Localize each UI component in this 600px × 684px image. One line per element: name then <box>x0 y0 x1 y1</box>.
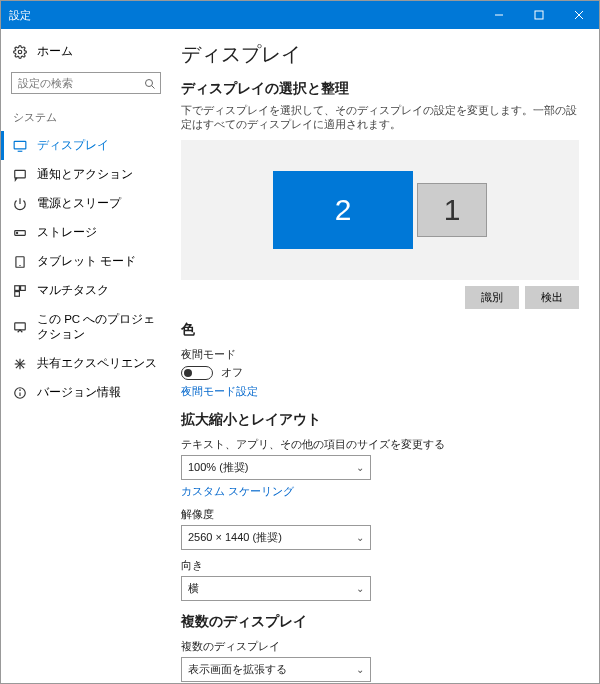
search-icon <box>144 76 156 94</box>
nav-storage[interactable]: ストレージ <box>1 218 171 247</box>
info-icon <box>13 386 27 400</box>
svg-rect-18 <box>15 323 26 330</box>
monitor-1[interactable]: 1 <box>417 183 487 237</box>
section-multi-title: 複数のディスプレイ <box>181 613 579 631</box>
multi-dropdown[interactable]: 表示画面を拡張する⌄ <box>181 657 371 682</box>
nav-projection[interactable]: この PC へのプロジェクション <box>1 305 171 349</box>
chevron-down-icon: ⌄ <box>356 664 364 675</box>
svg-rect-1 <box>535 11 543 19</box>
night-mode-label: 夜間モード <box>181 347 579 362</box>
nav-label: マルチタスク <box>37 283 109 298</box>
chat-icon <box>13 168 27 182</box>
main-panel: ディスプレイ ディスプレイの選択と整理 下でディスプレイを選択して、そのディスプ… <box>171 29 599 683</box>
search-input[interactable] <box>11 72 161 94</box>
nav-label: ストレージ <box>37 225 97 240</box>
monitor-icon <box>13 139 27 153</box>
window-title: 設定 <box>9 8 31 23</box>
identify-button[interactable]: 識別 <box>465 286 519 309</box>
svg-line-6 <box>152 86 155 89</box>
resolution-label: 解像度 <box>181 507 579 522</box>
orientation-value: 横 <box>188 581 199 596</box>
custom-scaling-link[interactable]: カスタム スケーリング <box>181 484 579 499</box>
sidebar: ホーム システム ディスプレイ 通知とアクション 電源とスリープ ストレージ タ… <box>1 29 171 683</box>
close-button[interactable] <box>559 1 599 29</box>
titlebar: 設定 <box>1 1 599 29</box>
maximize-button[interactable] <box>519 1 559 29</box>
resolution-value: 2560 × 1440 (推奨) <box>188 530 282 545</box>
night-mode-settings-link[interactable]: 夜間モード設定 <box>181 384 579 399</box>
chevron-down-icon: ⌄ <box>356 462 364 473</box>
chevron-down-icon: ⌄ <box>356 532 364 543</box>
svg-point-5 <box>146 80 153 87</box>
svg-rect-9 <box>15 170 26 178</box>
nav-label: この PC へのプロジェクション <box>37 312 159 342</box>
multitask-icon <box>13 284 27 298</box>
resolution-dropdown[interactable]: 2560 × 1440 (推奨)⌄ <box>181 525 371 550</box>
nav-label: 電源とスリープ <box>37 196 121 211</box>
minimize-button[interactable] <box>479 1 519 29</box>
multi-label: 複数のディスプレイ <box>181 639 579 654</box>
storage-icon <box>13 226 27 240</box>
select-desc: 下でディスプレイを選択して、そのディスプレイの設定を変更します。一部の設定はすべ… <box>181 104 579 132</box>
nav-about[interactable]: バージョン情報 <box>1 378 171 407</box>
section-color-title: 色 <box>181 321 579 339</box>
nav-notifications[interactable]: 通知とアクション <box>1 160 171 189</box>
svg-point-25 <box>20 389 21 390</box>
chevron-down-icon: ⌄ <box>356 583 364 594</box>
night-mode-toggle[interactable] <box>181 366 213 380</box>
multi-value: 表示画面を拡張する <box>188 662 287 677</box>
gear-icon <box>13 45 27 59</box>
svg-point-4 <box>18 50 22 54</box>
page-title: ディスプレイ <box>181 41 579 68</box>
search-wrap <box>11 72 161 94</box>
section-select-title: ディスプレイの選択と整理 <box>181 80 579 98</box>
nav-label: 共有エクスペリエンス <box>37 356 157 371</box>
share-icon <box>13 357 27 371</box>
nav-power[interactable]: 電源とスリープ <box>1 189 171 218</box>
group-label: システム <box>1 106 171 131</box>
scale-dropdown[interactable]: 100% (推奨)⌄ <box>181 455 371 480</box>
monitor-2[interactable]: 2 <box>273 171 413 249</box>
orientation-label: 向き <box>181 558 579 573</box>
home-label: ホーム <box>37 43 73 60</box>
display-arrange-area[interactable]: 2 1 <box>181 140 579 280</box>
power-icon <box>13 197 27 211</box>
scale-value: 100% (推奨) <box>188 460 249 475</box>
svg-point-12 <box>17 232 18 233</box>
nav-label: タブレット モード <box>37 254 136 269</box>
nav-label: 通知とアクション <box>37 167 133 182</box>
nav-share[interactable]: 共有エクスペリエンス <box>1 349 171 378</box>
night-mode-state: オフ <box>221 365 243 380</box>
nav-multitask[interactable]: マルチタスク <box>1 276 171 305</box>
home-nav[interactable]: ホーム <box>1 37 171 66</box>
orientation-dropdown[interactable]: 横⌄ <box>181 576 371 601</box>
svg-rect-7 <box>14 141 26 149</box>
svg-rect-17 <box>15 291 20 296</box>
nav-label: バージョン情報 <box>37 385 121 400</box>
detect-button[interactable]: 検出 <box>525 286 579 309</box>
nav-display[interactable]: ディスプレイ <box>1 131 171 160</box>
tablet-icon <box>13 255 27 269</box>
nav-tablet[interactable]: タブレット モード <box>1 247 171 276</box>
section-scale-title: 拡大縮小とレイアウト <box>181 411 579 429</box>
scale-label: テキスト、アプリ、その他の項目のサイズを変更する <box>181 437 579 452</box>
svg-rect-15 <box>15 285 20 290</box>
projection-icon <box>13 320 27 334</box>
svg-rect-16 <box>21 285 26 290</box>
nav-label: ディスプレイ <box>37 138 109 153</box>
